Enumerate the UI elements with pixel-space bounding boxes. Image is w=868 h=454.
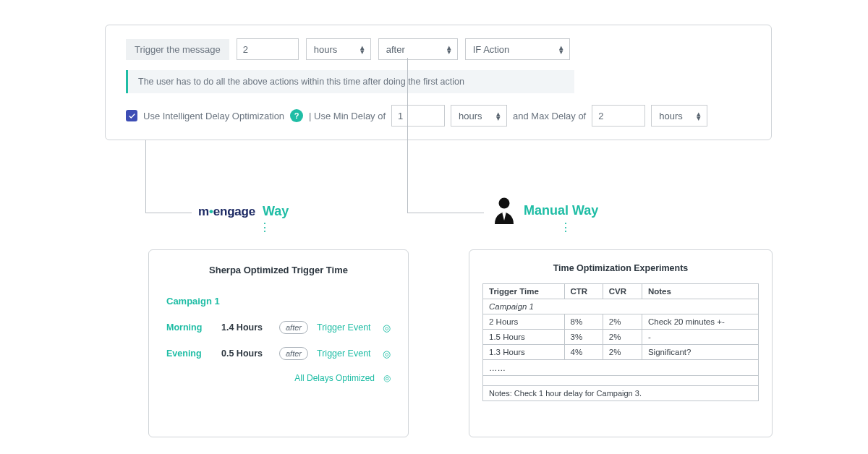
connector-line bbox=[145, 140, 146, 213]
after-pill: after bbox=[279, 321, 308, 334]
trigger-info-banner: The user has to do all the above actions… bbox=[126, 70, 574, 93]
sherpa-hours: 0.5 Hours bbox=[221, 348, 271, 359]
check-circle-icon: ◎ bbox=[383, 348, 391, 359]
help-icon[interactable]: ? bbox=[290, 109, 303, 122]
col-trigger-time: Trigger Time bbox=[483, 284, 565, 299]
col-ctr: CTR bbox=[564, 284, 603, 299]
ido-label: Use Intelligent Delay Optimization bbox=[143, 111, 284, 121]
sherpa-row: Evening 0.5 Hours after Trigger Event ◎ bbox=[166, 347, 391, 360]
sherpa-footer: All Delays Optimized ◎ bbox=[166, 373, 391, 383]
table-caption: Campaign 1 bbox=[483, 299, 759, 314]
table-header-row: Trigger Time CTR CVR Notes bbox=[483, 284, 759, 299]
trigger-label: Trigger the message bbox=[126, 39, 229, 60]
col-cvr: CVR bbox=[603, 284, 642, 299]
ido-max-unit-value: hours bbox=[659, 111, 683, 121]
sherpa-slot: Morning bbox=[166, 322, 213, 333]
check-icon bbox=[128, 112, 136, 120]
trigger-value-input[interactable] bbox=[237, 38, 299, 60]
check-circle-icon: ◎ bbox=[383, 322, 391, 333]
experiments-title: Time Optimization Experiments bbox=[482, 263, 759, 273]
moengage-way-header: m•engage Way bbox=[198, 204, 289, 219]
chevron-updown-icon: ▴▾ bbox=[360, 45, 365, 53]
trigger-row: Trigger the message hours ▴▾ after ▴▾ IF… bbox=[126, 38, 751, 60]
dots-icon: ⋮ bbox=[560, 226, 571, 230]
sherpa-card: Sherpa Optimized Trigger Time Campaign 1… bbox=[148, 249, 409, 437]
after-pill: after bbox=[279, 347, 308, 360]
svg-point-0 bbox=[499, 198, 510, 209]
connector-line bbox=[145, 213, 192, 213]
col-notes: Notes bbox=[642, 284, 758, 299]
ido-checkbox[interactable] bbox=[126, 110, 137, 121]
chevron-updown-icon: ▴▾ bbox=[447, 45, 451, 53]
table-blank-row bbox=[483, 376, 759, 386]
experiments-card: Time Optimization Experiments Campaign 1… bbox=[469, 249, 773, 437]
manual-way-label: Manual Way bbox=[524, 203, 598, 218]
sherpa-footer-text: All Delays Optimized bbox=[294, 373, 375, 383]
table-caption-row: Campaign 1 bbox=[483, 299, 759, 314]
ido-max-input[interactable] bbox=[592, 105, 645, 127]
sherpa-hours: 1.4 Hours bbox=[221, 322, 271, 333]
trigger-condition-select[interactable]: IF Action ▴▾ bbox=[465, 38, 570, 60]
table-footer-note: Notes: Check 1 hour delay for Campaign 3… bbox=[483, 386, 759, 401]
chevron-updown-icon: ▴▾ bbox=[559, 45, 563, 53]
connector-line bbox=[407, 58, 408, 213]
experiments-table: Campaign 1 Trigger Time CTR CVR Notes 2 … bbox=[482, 283, 759, 401]
table-ellipsis-row: …… bbox=[483, 360, 759, 376]
manual-way-header: Manual Way bbox=[492, 197, 598, 224]
trigger-unit-select[interactable]: hours ▴▾ bbox=[306, 38, 371, 60]
ido-min-input[interactable] bbox=[391, 105, 445, 127]
connector-line bbox=[407, 213, 484, 213]
sherpa-event: Trigger Event bbox=[317, 322, 371, 333]
sherpa-card-title: Sherpa Optimized Trigger Time bbox=[166, 265, 391, 275]
moengage-way-label: Way bbox=[263, 204, 289, 219]
table-footer-note-row: Notes: Check 1 hour delay for Campaign 3… bbox=[483, 386, 759, 401]
moengage-logo: m•engage bbox=[198, 205, 255, 219]
ido-min-unit-value: hours bbox=[459, 111, 482, 121]
sherpa-slot: Evening bbox=[166, 348, 213, 359]
ido-max-unit-select[interactable]: hours ▴▾ bbox=[651, 105, 707, 127]
table-row: 1.5 Hours 3% 2% - bbox=[483, 330, 759, 345]
sherpa-event: Trigger Event bbox=[317, 348, 371, 359]
chevron-updown-icon: ▴▾ bbox=[496, 111, 501, 120]
ido-row: Use Intelligent Delay Optimization ? | U… bbox=[126, 105, 751, 127]
table-row: 1.3 Hours 4% 2% Significant? bbox=[483, 345, 759, 360]
table-row: 2 Hours 8% 2% Check 20 minutes +- bbox=[483, 314, 759, 330]
ido-min-label: | Use Min Delay of bbox=[309, 111, 386, 121]
trigger-condition-value: IF Action bbox=[473, 44, 510, 55]
trigger-relation-value: after bbox=[386, 44, 405, 55]
dots-icon: ⋮ bbox=[259, 226, 271, 230]
trigger-relation-select[interactable]: after ▴▾ bbox=[378, 38, 458, 60]
ido-min-unit-select[interactable]: hours ▴▾ bbox=[451, 105, 507, 127]
sherpa-row: Morning 1.4 Hours after Trigger Event ◎ bbox=[166, 321, 391, 334]
trigger-config-panel: Trigger the message hours ▴▾ after ▴▾ IF… bbox=[105, 25, 772, 140]
chevron-updown-icon: ▴▾ bbox=[697, 111, 701, 120]
sherpa-campaign-label: Campaign 1 bbox=[166, 296, 391, 307]
ido-mid-label: and Max Delay of bbox=[513, 111, 586, 121]
trigger-unit-value: hours bbox=[314, 44, 338, 55]
check-circle-icon: ◎ bbox=[383, 373, 391, 383]
person-icon bbox=[492, 197, 516, 224]
